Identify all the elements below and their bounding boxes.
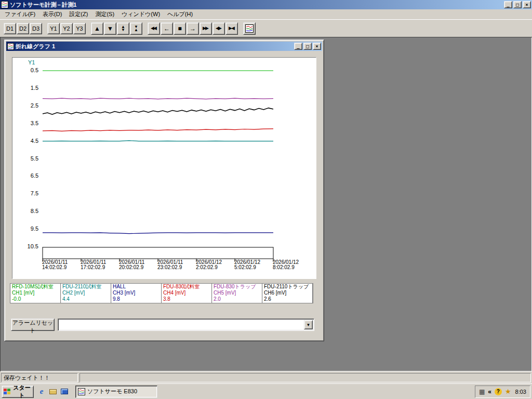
legend-channel-label: CH2 [mV] [62,290,110,296]
star-icon[interactable]: ★ [505,388,511,395]
legend-cell-ch4: FDU-830試料室CH4 [mV]3.8 [162,284,212,303]
legend-channel-label: CH6 [mV] [264,290,311,296]
legend-device-name: FDU-830試料室 [163,284,210,290]
app-close-button[interactable]: × [523,1,531,8]
menu-item-2[interactable]: 表示(D) [39,9,65,19]
legend-device-name: FDU-830トラップ [214,284,261,290]
graph-close-button[interactable]: × [313,43,321,50]
y2-button[interactable]: Y2 [60,23,73,34]
chart-svg [12,58,317,280]
quick-launch-desktop-icon[interactable] [60,387,69,396]
legend-channel-label: CH3 [mV] [113,290,160,296]
task-button-softthermo[interactable]: ソフトサーモ E830 [75,385,157,398]
app-minimize-button[interactable]: _ [504,1,512,8]
menu-item-6[interactable]: ヘルプ(H) [164,9,196,19]
legend-device-name: HALL [113,284,160,290]
legend-table: RFD-10MS試料室CH1 [mV]-0.0FDU-2110試料室CH2 [m… [10,283,313,303]
alarm-reset-button[interactable]: アラームリセット [11,318,55,331]
legend-channel-value: 9.8 [113,296,160,302]
graph-window-title: 折れ線グラフ 1 [16,43,292,50]
step-left-icon[interactable]: ← [161,22,173,35]
status-panel: 保存ウェイト！！ [1,373,78,382]
y3-button[interactable]: Y3 [73,23,86,34]
mdi-area: 折れ線グラフ 1 _ □ × Y1 0.51.52.53.54.55.56.57… [0,37,532,371]
legend-channel-value: 3.8 [163,296,210,302]
scroll-up-down-icon[interactable]: ▲▼ [117,22,129,35]
quick-launch: e [37,387,69,396]
legend-channel-value: 2.0 [214,296,261,302]
quick-launch-ie-icon[interactable]: e [37,387,46,396]
legend-device-name: RFD-10MS試料室 [12,284,59,290]
d2-button[interactable]: D2 [17,23,29,34]
graph-minimize-button[interactable]: _ [294,43,302,50]
help-icon[interactable]: ? [495,388,502,395]
legend-channel-label: CH1 [mV] [12,290,59,296]
tray-chevron-icon[interactable]: « [488,389,491,395]
combo-dropdown-button[interactable]: ▼ [304,320,313,329]
legend-cell-ch1: RFD-10MS試料室CH1 [mV]-0.0 [10,284,61,303]
combo-value [60,321,301,328]
quick-launch-mail-icon[interactable] [48,387,58,396]
menu-item-5[interactable]: ウィンドウ(W) [118,9,164,19]
legend-cell-ch2: FDU-2110試料室CH2 [mV]4.4 [61,284,111,303]
step-right-icon[interactable]: → [187,22,199,35]
graph-maximize-button[interactable]: □ [303,43,312,50]
taskbar: スタート e ソフトサーモ E830 ▦ « ? ★ 8:03 [0,383,532,399]
y1-button[interactable]: Y1 [47,23,60,34]
legend-channel-value: 2.6 [264,296,311,302]
tray-clock[interactable]: 8:03 [515,389,526,395]
legend-channel-label: CH4 [mV] [163,290,210,296]
legend-channel-value: 4.4 [62,296,110,302]
legend-channel-label: CH5 [mV] [214,290,261,296]
legend-channel-value: -0.0 [12,296,59,302]
d3-button[interactable]: D3 [30,23,42,34]
status-panel-secondary [79,373,531,382]
legend-cell-ch3: HALLCH3 [mV]9.8 [111,284,162,303]
graph-window: 折れ線グラフ 1 _ □ × Y1 0.51.52.53.54.55.56.57… [4,39,324,341]
menu-bar: ファイル(F)表示(D)設定(Z)測定(S)ウィンドウ(W)ヘルプ(H) [0,9,532,19]
start-label: スタート [12,384,32,399]
start-button[interactable]: スタート [2,385,34,398]
chevron-down-icon: ▼ [307,323,311,327]
app-icon [1,1,8,8]
toolbar: D1D2D3Y1Y2Y3▲▼▲▼▼▲◀◀←■→▶▶◀▶▶◀ [0,19,532,37]
app-title: ソフトサーモ計測－計測1 [10,1,502,9]
graph-window-titlebar[interactable]: 折れ線グラフ 1 _ □ × [6,42,322,51]
d1-button[interactable]: D1 [4,23,16,34]
menu-item-3[interactable]: 設定(Z) [65,9,91,19]
shrink-range-icon[interactable]: ▶◀ [225,22,238,35]
scroll-down-icon[interactable]: ▼ [104,22,116,35]
menu-item-4[interactable]: 測定(S) [91,9,118,19]
graph-button[interactable] [243,22,256,35]
alarm-combobox[interactable]: ▼ [58,318,314,331]
stop-icon[interactable]: ■ [174,22,186,35]
legend-cell-ch6: FDU-2110トラップCH6 [mV]2.6 [262,284,313,303]
status-bar: 保存ウェイト！！ [0,371,532,383]
legend-device-name: FDU-2110トラップ [264,284,311,290]
graph-window-content: Y1 0.51.52.53.54.55.56.57.58.59.510.5 20… [6,51,322,339]
app-maximize-button[interactable]: □ [513,1,522,8]
graph-window-icon [7,43,14,50]
task-icon [78,388,85,395]
fast-rewind-icon[interactable]: ◀◀ [148,22,160,35]
system-tray: ▦ « ? ★ 8:03 [475,385,530,398]
hourglass-icon[interactable]: ▼▲ [130,22,142,35]
screen: ソフトサーモ計測－計測1 _ □ × ファイル(F)表示(D)設定(Z)測定(S… [0,0,532,399]
legend-device-name: FDU-2110試料室 [62,284,110,290]
fast-forward-icon[interactable]: ▶▶ [200,22,212,35]
keyboard-icon[interactable]: ▦ [479,389,485,395]
scroll-up-icon[interactable]: ▲ [91,22,103,35]
app-titlebar[interactable]: ソフトサーモ計測－計測1 _ □ × [0,0,532,9]
task-label: ソフトサーモ E830 [87,388,137,395]
y-axis-label: Y1 [28,59,35,65]
expand-range-icon[interactable]: ◀▶ [212,22,225,35]
windows-logo-icon [4,389,10,394]
menu-item-1[interactable]: ファイル(F) [1,9,39,19]
chart-panel: Y1 0.51.52.53.54.55.56.57.58.59.510.5 20… [12,57,316,279]
status-text: 保存ウェイト！！ [4,375,50,381]
legend-cell-ch5: FDU-830トラップCH5 [mV]2.0 [212,284,262,303]
